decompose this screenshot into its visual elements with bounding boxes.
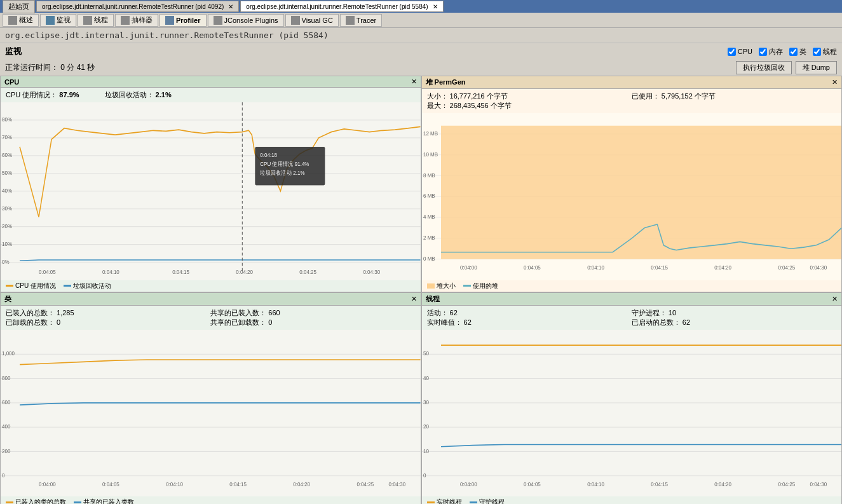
memory-checkbox-label[interactable]: 内存	[759, 47, 783, 57]
heap-panel-header: 堆 PermGen ✕	[422, 76, 842, 89]
cpu-panel: CPU ✕ CPU 使用情况： 87.9% 垃圾回收活动： 2.1% 0% 10	[0, 76, 421, 292]
threads-icon	[83, 16, 92, 25]
svg-text:0:04:05: 0:04:05	[39, 269, 56, 276]
tab-start[interactable]: 起始页	[3, 0, 35, 13]
svg-text:10%: 10%	[2, 240, 12, 247]
svg-text:垃圾回收活动   2.1%: 垃圾回收活动 2.1%	[259, 170, 304, 177]
tab-process2[interactable]: org.eclipse.jdt.internal.junit.runner.Re…	[240, 1, 443, 12]
navtab-tracer[interactable]: Tracer	[340, 14, 382, 27]
svg-text:0:04:15: 0:04:15	[651, 480, 668, 487]
svg-text:80%: 80%	[2, 116, 12, 123]
threads-daemon-color	[470, 501, 477, 503]
svg-text:0:04:25: 0:04:25	[299, 269, 316, 276]
svg-text:6 MB: 6 MB	[423, 193, 435, 199]
threads-panel: 线程 ✕ 活动： 62 实时峰值： 62 守护进程： 10 已启动的总数： 62	[421, 292, 843, 505]
heap-panel-close[interactable]: ✕	[832, 78, 838, 86]
svg-text:0:04:10: 0:04:10	[166, 480, 183, 487]
classes-chart-svg: 0 200 400 600 800 1,000 0:04:00 0:04:05 …	[1, 330, 421, 497]
svg-text:200: 200	[2, 447, 11, 454]
navtab-threads[interactable]: 线程	[78, 14, 114, 27]
threads-checkbox-label[interactable]: 线程	[813, 47, 837, 57]
classes-checkbox[interactable]	[789, 48, 798, 56]
tab-process1[interactable]: org.eclipse.jdt.internal.junit.runner.Re…	[36, 1, 239, 12]
svg-text:10: 10	[423, 447, 429, 454]
svg-text:0:04:25: 0:04:25	[778, 480, 795, 487]
svg-text:0:04:20: 0:04:20	[293, 480, 310, 487]
svg-text:0:04:20: 0:04:20	[714, 264, 731, 271]
svg-text:70%: 70%	[2, 134, 12, 141]
cpu-chart: 0% 10% 20% 30% 40% 50% 60% 70% 80% 0:04:…	[1, 102, 421, 280]
svg-text:40: 40	[423, 374, 429, 381]
titlebar: 起始页 org.eclipse.jdt.internal.junit.runne…	[0, 0, 842, 13]
classes-panel-close[interactable]: ✕	[411, 295, 417, 303]
svg-text:0:04:15: 0:04:15	[229, 480, 247, 487]
svg-text:0:04:30: 0:04:30	[810, 480, 827, 487]
runtime-info: 正常运行时间： 0 分 41 秒	[5, 62, 95, 73]
navtab-monitor[interactable]: 监视	[40, 14, 76, 27]
svg-text:600: 600	[2, 398, 11, 405]
svg-text:0 MB: 0 MB	[423, 255, 435, 262]
svg-text:20%: 20%	[2, 222, 12, 229]
svg-text:12 MB: 12 MB	[423, 130, 438, 137]
classes-total-color	[6, 501, 13, 503]
svg-text:50: 50	[423, 350, 429, 357]
svg-text:50%: 50%	[2, 170, 12, 177]
svg-text:30%: 30%	[2, 205, 12, 212]
heap-legend: 堆大小 使用的堆	[422, 280, 842, 292]
svg-text:0:04:25: 0:04:25	[778, 264, 795, 271]
navtab-overview[interactable]: 概述	[3, 14, 39, 27]
navtab-jconsole[interactable]: JConsole Plugins	[208, 14, 284, 27]
classes-shared-color	[74, 501, 81, 503]
cpu-legend-color	[6, 285, 13, 287]
gc-button[interactable]: 执行垃圾回收	[736, 61, 792, 74]
svg-text:0:04:10: 0:04:10	[102, 269, 119, 276]
classes-legend: 已装入的类的总数 共享的已装入类数	[1, 496, 421, 504]
threads-checkbox[interactable]	[813, 48, 821, 56]
svg-text:0:04:05: 0:04:05	[102, 480, 119, 487]
runtime-bar: 正常运行时间： 0 分 41 秒 执行垃圾回收 堆 Dump	[0, 60, 842, 76]
heap-chart: 0 MB 2 MB 4 MB 6 MB 8 MB 10 MB 12 MB 0:0…	[422, 113, 842, 280]
cpu-chart-svg: 0% 10% 20% 30% 40% 50% 60% 70% 80% 0:04:…	[1, 102, 421, 280]
heap-chart-svg: 0 MB 2 MB 4 MB 6 MB 8 MB 10 MB 12 MB 0:0…	[422, 113, 842, 280]
heap-dump-button[interactable]: 堆 Dump	[796, 61, 837, 74]
cpu-panel-close[interactable]: ✕	[411, 78, 417, 86]
svg-text:1,000: 1,000	[2, 350, 15, 357]
classes-panel-header: 类 ✕	[1, 293, 421, 306]
classes-panel: 类 ✕ 已装入的总数： 1,285 已卸载的总数： 0 共享的已装入数： 660…	[0, 292, 421, 505]
svg-text:0:04:05: 0:04:05	[524, 264, 541, 271]
navtab-visualgc[interactable]: Visual GC	[285, 14, 339, 27]
svg-text:0:04:00: 0:04:00	[460, 480, 477, 487]
navtab-profiler[interactable]: Profiler	[160, 14, 207, 27]
svg-text:40%: 40%	[2, 187, 12, 194]
threads-panel-close[interactable]: ✕	[832, 295, 838, 303]
svg-text:400: 400	[2, 423, 11, 429]
classes-checkbox-label[interactable]: 类	[789, 47, 806, 57]
overview-icon	[8, 16, 17, 25]
svg-text:8 MB: 8 MB	[423, 172, 435, 178]
classes-panel-title: 类	[4, 294, 11, 304]
sampler-icon	[121, 16, 130, 25]
visualgc-icon	[291, 16, 300, 25]
monitor-title: 监视	[5, 46, 22, 57]
svg-text:0:04:10: 0:04:10	[587, 264, 604, 271]
svg-text:30: 30	[423, 398, 429, 405]
svg-text:0:04:20: 0:04:20	[236, 269, 253, 276]
svg-text:0:04:30: 0:04:30	[363, 269, 380, 276]
monitor-icon	[46, 16, 55, 25]
threads-stats: 活动： 62 实时峰值： 62 守护进程： 10 已启动的总数： 62	[422, 306, 842, 330]
svg-text:0%: 0%	[2, 258, 10, 265]
svg-text:0:04:10: 0:04:10	[587, 480, 604, 487]
cpu-checkbox[interactable]	[728, 48, 736, 56]
svg-text:0:04:30: 0:04:30	[810, 264, 827, 271]
memory-checkbox[interactable]	[759, 48, 767, 56]
monitor-header: 监视 CPU 内存 类 线程	[0, 43, 842, 60]
navtab-sampler[interactable]: 抽样器	[115, 14, 158, 27]
jconsole-icon	[214, 16, 222, 25]
process-title: org.eclipse.jdt.internal.junit.runner.Re…	[0, 28, 842, 43]
runtime-buttons: 执行垃圾回收 堆 Dump	[736, 61, 837, 74]
cpu-checkbox-label[interactable]: CPU	[728, 48, 752, 56]
threads-chart: 0 10 20 30 40 50 0:04:00 0:04:05 0:04:10…	[422, 330, 842, 497]
classes-stats: 已装入的总数： 1,285 已卸载的总数： 0 共享的已装入数： 660 共享的…	[1, 306, 421, 330]
svg-text:0:04:15: 0:04:15	[651, 264, 668, 271]
svg-text:0: 0	[2, 472, 5, 478]
